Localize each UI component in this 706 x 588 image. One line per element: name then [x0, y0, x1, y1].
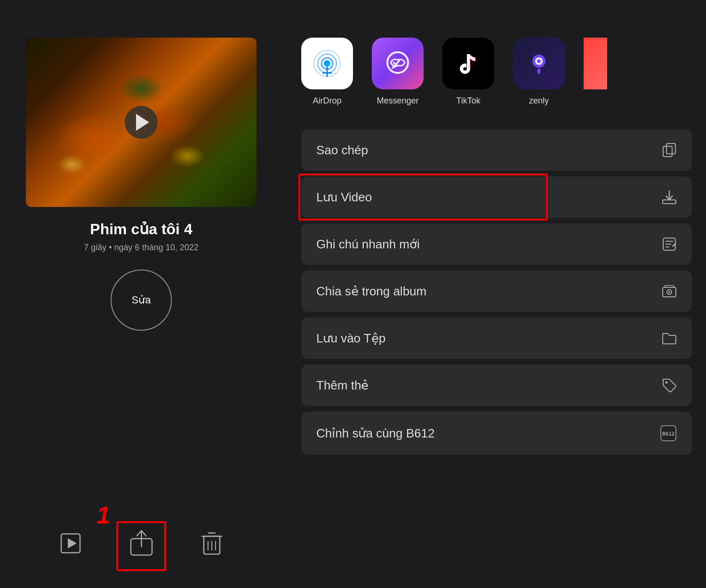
chinh-sua-b612-label: Chỉnh sửa cùng B612 — [316, 426, 434, 441]
partial-app-icon — [584, 38, 607, 89]
b612-icon: B612 — [660, 425, 677, 442]
bottom-toolbar: 1 — [54, 527, 228, 560]
menu-chia-se-album[interactable]: Chia sẻ trong album — [301, 270, 692, 312]
svg-marker-1 — [68, 538, 77, 548]
app-tiktok[interactable]: TikTok — [442, 38, 494, 106]
right-panel: AirDrop Messenger TikTok — [287, 0, 706, 588]
video-meta: 7 giây • ngày 6 tháng 10, 2022 — [84, 243, 199, 253]
menu-list: Sao chép 2 Lưu Video — [301, 129, 692, 455]
svg-point-32 — [666, 381, 668, 384]
apps-row: AirDrop Messenger TikTok — [301, 38, 692, 106]
app-zenly[interactable]: zenly — [513, 38, 565, 106]
menu-luu-video[interactable]: Lưu Video — [301, 176, 692, 218]
messenger-icon — [372, 38, 424, 89]
sao-chep-label: Sao chép — [316, 143, 368, 158]
zenly-label: zenly — [529, 96, 549, 106]
menu-ghi-chu[interactable]: Ghi chú nhanh mới — [301, 223, 692, 265]
trash-icon — [200, 531, 224, 556]
luu-video-label: Lưu Video — [316, 190, 372, 205]
svg-rect-21 — [663, 146, 672, 157]
luu-video-wrapper: 2 Lưu Video — [301, 176, 692, 218]
annotation-1: 1 — [96, 501, 110, 529]
play-toolbar-icon — [59, 532, 82, 555]
svg-point-13 — [324, 60, 330, 67]
zenly-svg — [522, 47, 555, 80]
share-button[interactable] — [125, 527, 158, 560]
svg-rect-29 — [665, 286, 674, 287]
messenger-svg — [381, 47, 414, 80]
airdrop-svg — [311, 47, 344, 80]
video-thumbnail[interactable] — [26, 38, 257, 207]
airdrop-icon — [301, 38, 353, 89]
menu-luu-tep[interactable]: Lưu vào Tệp — [301, 318, 692, 359]
zenly-icon — [513, 38, 565, 89]
luu-tep-label: Lưu vào Tệp — [316, 331, 385, 346]
album-icon — [662, 284, 677, 299]
airdrop-label: AirDrop — [313, 96, 341, 106]
svg-rect-20 — [666, 143, 675, 154]
edit-button[interactable]: Sửa — [111, 270, 172, 331]
menu-sao-chep[interactable]: Sao chép — [301, 129, 692, 171]
share-button-wrapper: 1 — [125, 527, 158, 560]
share-icon — [128, 529, 154, 557]
tag-icon — [662, 378, 677, 393]
delete-button[interactable] — [195, 527, 228, 560]
svg-point-31 — [668, 291, 670, 293]
svg-text:B612: B612 — [662, 431, 675, 437]
video-title: Phim của tôi 4 — [90, 220, 192, 238]
ghi-chu-label: Ghi chú nhanh mới — [316, 237, 420, 252]
play-icon — [136, 114, 149, 131]
messenger-label: Messenger — [377, 96, 418, 106]
play-button[interactable] — [125, 106, 158, 139]
app-messenger[interactable]: Messenger — [372, 38, 424, 106]
svg-point-19 — [537, 59, 541, 63]
folder-icon — [662, 331, 677, 346]
them-the-label: Thêm thẻ — [316, 378, 369, 393]
menu-chinh-sua-b612[interactable]: Chỉnh sửa cùng B612 B612 — [301, 412, 692, 455]
tiktok-svg — [452, 47, 485, 80]
app-airdrop[interactable]: AirDrop — [301, 38, 353, 106]
tiktok-label: TikTok — [456, 96, 480, 106]
chia-se-album-label: Chia sẻ trong album — [316, 284, 426, 299]
app-partial[interactable] — [584, 38, 607, 89]
tiktok-icon — [442, 38, 494, 89]
left-panel: Phim của tôi 4 7 giây • ngày 6 tháng 10,… — [0, 0, 282, 588]
play-toolbar-button[interactable] — [54, 527, 87, 560]
menu-them-the[interactable]: Thêm thẻ — [301, 365, 692, 406]
edit-label: Sửa — [132, 294, 151, 306]
download-icon — [662, 190, 677, 205]
copy-icon — [662, 143, 677, 158]
note-icon — [662, 237, 677, 252]
